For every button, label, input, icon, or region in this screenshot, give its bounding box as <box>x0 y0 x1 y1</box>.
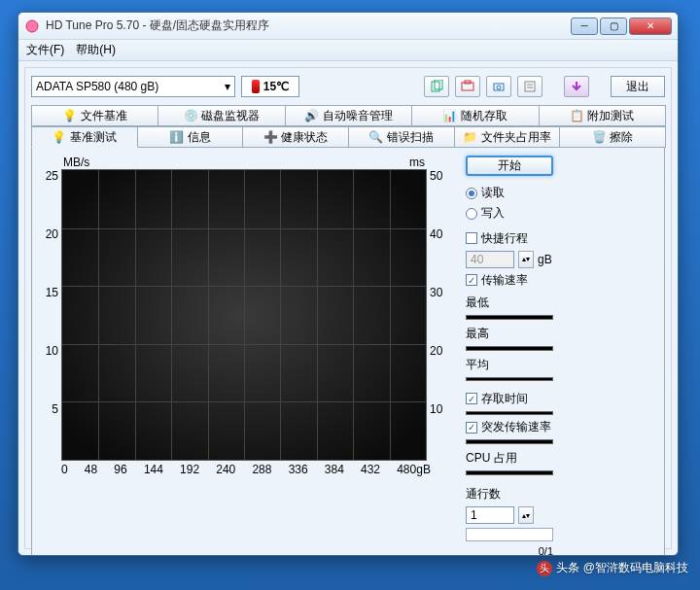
random-icon: 📊 <box>443 109 457 122</box>
label-cpu: CPU 占用 <box>466 450 656 467</box>
exit-button[interactable]: 退出 <box>611 76 665 97</box>
tab-random-access[interactable]: 📊随机存取 <box>411 105 539 126</box>
plot-area <box>61 169 427 461</box>
tab-erase[interactable]: 🗑️擦除 <box>559 126 666 148</box>
tab-folder-usage[interactable]: 📁文件夹占用率 <box>454 126 561 148</box>
watermark-text: 头条 @智浒数码电脑科技 <box>556 560 688 576</box>
bulb-icon: 💡 <box>63 109 77 122</box>
passes-spinner[interactable]: ▴▾ <box>518 506 534 524</box>
menubar: 文件(F) 帮助(H) <box>18 40 678 61</box>
tab-aam[interactable]: 🔊自动噪音管理 <box>285 105 412 126</box>
content-area: ADATA SP580 (480 gB) ▾ 15℃ 退出 <box>18 61 678 555</box>
close-button[interactable]: ✕ <box>629 17 672 35</box>
tab-extra-tests[interactable]: 📋附加测试 <box>539 105 666 126</box>
health-icon: ➕ <box>263 130 277 144</box>
check-quick-stroke[interactable]: 快捷行程 <box>466 230 656 247</box>
tab-content: MB/s ms 252015105 5 <box>31 148 665 556</box>
test-icon: 📋 <box>570 109 583 122</box>
bulb-icon: 💡 <box>52 130 66 144</box>
check-burst-rate[interactable]: 突发传输速率 <box>466 419 656 435</box>
tab-disk-monitor[interactable]: 💿磁盘监视器 <box>158 105 285 126</box>
save-button[interactable] <box>564 76 589 97</box>
temperature-value: 15℃ <box>263 80 289 93</box>
y-axis-right: 5040302010 <box>427 169 448 461</box>
value-max <box>466 346 553 351</box>
y-right-label: ms <box>409 156 425 169</box>
folder-icon: 📁 <box>464 130 477 144</box>
value-access-time <box>466 411 553 416</box>
quick-stroke-value: 40 <box>466 251 514 268</box>
app-icon <box>24 18 40 34</box>
benchmark-chart: MB/s ms 252015105 5 <box>40 156 448 556</box>
quick-stroke-spinner[interactable]: ▴▾ <box>518 251 534 268</box>
tabs: 💡文件基准 💿磁盘监视器 🔊自动噪音管理 📊随机存取 📋附加测试 💡基准测试 ℹ… <box>31 105 665 556</box>
app-window: HD Tune Pro 5.70 - 硬盘/固态硬盘实用程序 ─ ▢ ✕ 文件(… <box>18 12 679 556</box>
options-button[interactable] <box>517 76 542 97</box>
chevron-down-icon: ▾ <box>225 80 230 93</box>
disk-icon: 💿 <box>184 109 197 122</box>
controls-panel: 开始 读取 写入 快捷行程 40 ▴▾ gB 传输速率 最低 <box>448 156 656 556</box>
menu-file[interactable]: 文件(F) <box>26 42 64 58</box>
progress-text: 0/1 <box>466 545 553 556</box>
info-icon: ℹ️ <box>170 130 184 144</box>
tab-benchmark[interactable]: 💡基准测试 <box>31 126 138 148</box>
device-selected: ADATA SP580 (480 gB) <box>36 80 158 93</box>
check-transfer-rate[interactable]: 传输速率 <box>466 272 656 289</box>
minimize-button[interactable]: ─ <box>571 17 598 35</box>
tab-error-scan[interactable]: 🔍错误扫描 <box>348 126 455 148</box>
speaker-icon: 🔊 <box>305 109 319 122</box>
watermark-icon: 头 <box>537 561 552 576</box>
progress-bar <box>466 528 553 541</box>
watermark: 头 头条 @智浒数码电脑科技 <box>537 560 688 576</box>
value-burst-rate <box>466 439 553 444</box>
save-screenshot-button[interactable] <box>486 76 511 97</box>
copy-info-button[interactable] <box>424 76 449 97</box>
value-avg <box>466 377 553 382</box>
check-access-time[interactable]: 存取时间 <box>466 391 656 407</box>
tab-health[interactable]: ➕健康状态 <box>242 126 349 148</box>
passes-value[interactable]: 1 <box>466 506 514 524</box>
window-title: HD Tune Pro 5.70 - 硬盘/固态硬盘实用程序 <box>46 17 569 34</box>
value-min <box>466 315 553 320</box>
erase-icon: 🗑️ <box>592 130 606 144</box>
thermometer-icon <box>252 80 260 93</box>
start-button[interactable]: 开始 <box>466 156 553 176</box>
x-axis: 04896144192240288336384432480gB <box>40 461 448 476</box>
svg-point-0 <box>26 20 38 32</box>
label-min: 最低 <box>466 295 656 311</box>
toolbar: ADATA SP580 (480 gB) ▾ 15℃ 退出 <box>31 74 665 99</box>
value-cpu <box>466 470 553 475</box>
menu-help[interactable]: 帮助(H) <box>76 42 116 58</box>
label-passes: 通行数 <box>466 486 656 503</box>
y-left-label: MB/s <box>63 156 89 169</box>
svg-point-6 <box>497 86 501 89</box>
maximize-button[interactable]: ▢ <box>600 17 627 35</box>
label-max: 最高 <box>466 326 656 342</box>
titlebar: HD Tune Pro 5.70 - 硬盘/固态硬盘实用程序 ─ ▢ ✕ <box>18 13 678 40</box>
radio-write[interactable]: 写入 <box>466 205 656 222</box>
temperature-display: 15℃ <box>241 76 299 97</box>
radio-read[interactable]: 读取 <box>466 185 656 201</box>
tab-info[interactable]: ℹ️信息 <box>137 126 244 148</box>
copy-screenshot-button[interactable] <box>455 76 480 97</box>
device-dropdown[interactable]: ADATA SP580 (480 gB) ▾ <box>31 76 235 97</box>
quick-unit: gB <box>538 253 552 266</box>
scan-icon: 🔍 <box>369 130 383 144</box>
svg-rect-7 <box>525 82 535 91</box>
label-avg: 平均 <box>466 357 656 373</box>
y-axis-left: 252015105 <box>40 169 61 461</box>
tab-file-benchmark[interactable]: 💡文件基准 <box>31 105 158 126</box>
